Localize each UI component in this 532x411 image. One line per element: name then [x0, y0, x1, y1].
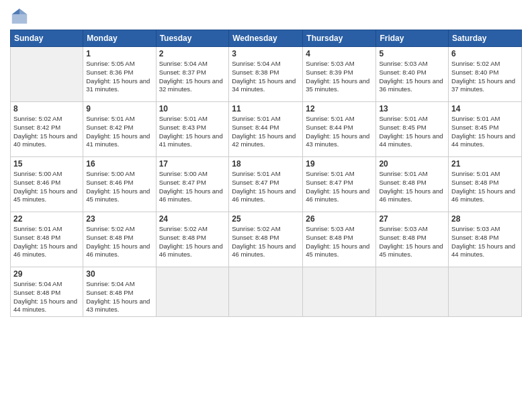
day-info: Sunrise: 5:04 AMSunset: 8:37 PMDaylight:… [159, 60, 226, 94]
svg-marker-1 [19, 9, 27, 14]
calendar-cell: 8Sunrise: 5:02 AMSunset: 8:42 PMDaylight… [11, 102, 83, 157]
day-number: 30 [86, 269, 152, 279]
day-info: Sunrise: 5:03 AMSunset: 8:39 PMDaylight:… [306, 60, 373, 94]
day-info: Sunrise: 5:03 AMSunset: 8:40 PMDaylight:… [379, 60, 445, 94]
calendar-cell: 13Sunrise: 5:01 AMSunset: 8:45 PMDayligh… [376, 102, 449, 157]
page: SundayMondayTuesdayWednesdayThursdayFrid… [0, 0, 532, 411]
calendar-cell: 11Sunrise: 5:01 AMSunset: 8:44 PMDayligh… [229, 102, 303, 157]
day-number: 28 [451, 214, 519, 224]
day-info: Sunrise: 5:01 AMSunset: 8:43 PMDaylight:… [159, 115, 226, 149]
day-number: 18 [232, 159, 300, 169]
day-number: 15 [13, 159, 80, 169]
day-number: 10 [159, 104, 226, 113]
day-number: 1 [86, 49, 152, 58]
calendar-cell: 6Sunrise: 5:02 AMSunset: 8:40 PMDaylight… [449, 47, 522, 102]
calendar-cell: 2Sunrise: 5:04 AMSunset: 8:37 PMDaylight… [156, 47, 229, 102]
calendar-cell [376, 267, 449, 317]
calendar-cell [229, 267, 303, 317]
weekday-header-saturday: Saturday [449, 30, 522, 47]
day-number: 2 [159, 49, 226, 58]
calendar-cell: 28Sunrise: 5:03 AMSunset: 8:48 PMDayligh… [449, 212, 522, 267]
day-number: 4 [306, 49, 373, 58]
calendar: SundayMondayTuesdayWednesdayThursdayFrid… [10, 30, 522, 317]
day-number: 8 [13, 104, 80, 113]
day-number: 3 [232, 49, 300, 58]
day-info: Sunrise: 5:01 AMSunset: 8:45 PMDaylight:… [451, 115, 519, 149]
day-info: Sunrise: 5:00 AMSunset: 8:47 PMDaylight:… [159, 170, 226, 204]
day-number: 6 [451, 49, 519, 58]
day-number: 21 [451, 159, 519, 169]
day-info: Sunrise: 5:01 AMSunset: 8:47 PMDaylight:… [306, 170, 373, 204]
calendar-cell: 12Sunrise: 5:01 AMSunset: 8:44 PMDayligh… [303, 102, 376, 157]
day-number: 17 [159, 159, 226, 169]
day-number: 12 [306, 104, 373, 113]
day-info: Sunrise: 5:01 AMSunset: 8:47 PMDaylight:… [232, 170, 300, 204]
day-number: 11 [232, 104, 300, 113]
calendar-cell: 27Sunrise: 5:03 AMSunset: 8:48 PMDayligh… [376, 212, 449, 267]
calendar-cell: 20Sunrise: 5:01 AMSunset: 8:48 PMDayligh… [376, 157, 449, 212]
calendar-cell: 15Sunrise: 5:00 AMSunset: 8:46 PMDayligh… [11, 157, 83, 212]
calendar-cell: 26Sunrise: 5:03 AMSunset: 8:48 PMDayligh… [303, 212, 376, 267]
calendar-cell: 9Sunrise: 5:01 AMSunset: 8:42 PMDaylight… [83, 102, 156, 157]
calendar-week-5: 29Sunrise: 5:04 AMSunset: 8:48 PMDayligh… [11, 267, 522, 317]
weekday-header-friday: Friday [376, 30, 449, 47]
calendar-cell: 30Sunrise: 5:04 AMSunset: 8:48 PMDayligh… [83, 267, 156, 317]
day-info: Sunrise: 5:01 AMSunset: 8:44 PMDaylight:… [306, 115, 373, 149]
svg-marker-2 [12, 9, 19, 14]
calendar-body: 1Sunrise: 5:05 AMSunset: 8:36 PMDaylight… [11, 47, 522, 317]
day-info: Sunrise: 5:01 AMSunset: 8:42 PMDaylight:… [86, 115, 152, 149]
calendar-cell: 5Sunrise: 5:03 AMSunset: 8:40 PMDaylight… [376, 47, 449, 102]
calendar-cell: 10Sunrise: 5:01 AMSunset: 8:43 PMDayligh… [156, 102, 229, 157]
day-info: Sunrise: 5:01 AMSunset: 8:45 PMDaylight:… [379, 115, 445, 149]
calendar-cell [11, 47, 83, 102]
logo [10, 7, 30, 26]
calendar-cell: 4Sunrise: 5:03 AMSunset: 8:39 PMDaylight… [303, 47, 376, 102]
day-info: Sunrise: 5:01 AMSunset: 8:48 PMDaylight:… [379, 170, 445, 204]
calendar-cell: 3Sunrise: 5:04 AMSunset: 8:38 PMDaylight… [229, 47, 303, 102]
day-info: Sunrise: 5:02 AMSunset: 8:48 PMDaylight:… [159, 225, 226, 259]
day-info: Sunrise: 5:04 AMSunset: 8:48 PMDaylight:… [13, 280, 80, 314]
day-number: 25 [232, 214, 300, 224]
day-info: Sunrise: 5:02 AMSunset: 8:48 PMDaylight:… [86, 225, 152, 259]
calendar-header: SundayMondayTuesdayWednesdayThursdayFrid… [11, 30, 522, 47]
day-info: Sunrise: 5:03 AMSunset: 8:48 PMDaylight:… [306, 225, 373, 259]
day-info: Sunrise: 5:02 AMSunset: 8:40 PMDaylight:… [451, 60, 519, 94]
day-info: Sunrise: 5:00 AMSunset: 8:46 PMDaylight:… [86, 170, 152, 204]
calendar-cell: 23Sunrise: 5:02 AMSunset: 8:48 PMDayligh… [83, 212, 156, 267]
calendar-cell [449, 267, 522, 317]
day-info: Sunrise: 5:01 AMSunset: 8:48 PMDaylight:… [451, 170, 519, 204]
day-info: Sunrise: 5:05 AMSunset: 8:36 PMDaylight:… [86, 60, 152, 94]
day-number: 19 [306, 159, 373, 169]
svg-marker-3 [12, 14, 27, 24]
weekday-header-thursday: Thursday [303, 30, 376, 47]
day-number: 27 [379, 214, 445, 224]
calendar-cell: 1Sunrise: 5:05 AMSunset: 8:36 PMDaylight… [83, 47, 156, 102]
day-info: Sunrise: 5:04 AMSunset: 8:38 PMDaylight:… [232, 60, 300, 94]
calendar-cell: 19Sunrise: 5:01 AMSunset: 8:47 PMDayligh… [303, 157, 376, 212]
day-number: 5 [379, 49, 445, 58]
calendar-cell [156, 267, 229, 317]
logo-icon [10, 7, 29, 26]
calendar-cell: 18Sunrise: 5:01 AMSunset: 8:47 PMDayligh… [229, 157, 303, 212]
calendar-cell: 22Sunrise: 5:01 AMSunset: 8:48 PMDayligh… [11, 212, 83, 267]
day-info: Sunrise: 5:04 AMSunset: 8:48 PMDaylight:… [86, 280, 152, 314]
header [10, 7, 522, 26]
calendar-week-4: 22Sunrise: 5:01 AMSunset: 8:48 PMDayligh… [11, 212, 522, 267]
day-number: 20 [379, 159, 445, 169]
weekday-header-wednesday: Wednesday [229, 30, 303, 47]
weekday-header-sunday: Sunday [11, 30, 83, 47]
day-info: Sunrise: 5:01 AMSunset: 8:44 PMDaylight:… [232, 115, 300, 149]
calendar-cell: 17Sunrise: 5:00 AMSunset: 8:47 PMDayligh… [156, 157, 229, 212]
day-number: 29 [13, 269, 80, 279]
day-info: Sunrise: 5:02 AMSunset: 8:48 PMDaylight:… [232, 225, 300, 259]
day-number: 24 [159, 214, 226, 224]
calendar-week-2: 8Sunrise: 5:02 AMSunset: 8:42 PMDaylight… [11, 102, 522, 157]
day-info: Sunrise: 5:00 AMSunset: 8:46 PMDaylight:… [13, 170, 80, 204]
day-info: Sunrise: 5:01 AMSunset: 8:48 PMDaylight:… [13, 225, 80, 259]
calendar-week-1: 1Sunrise: 5:05 AMSunset: 8:36 PMDaylight… [11, 47, 522, 102]
day-number: 14 [451, 104, 519, 113]
calendar-cell: 25Sunrise: 5:02 AMSunset: 8:48 PMDayligh… [229, 212, 303, 267]
day-number: 13 [379, 104, 445, 113]
day-number: 16 [86, 159, 152, 169]
calendar-cell: 21Sunrise: 5:01 AMSunset: 8:48 PMDayligh… [449, 157, 522, 212]
